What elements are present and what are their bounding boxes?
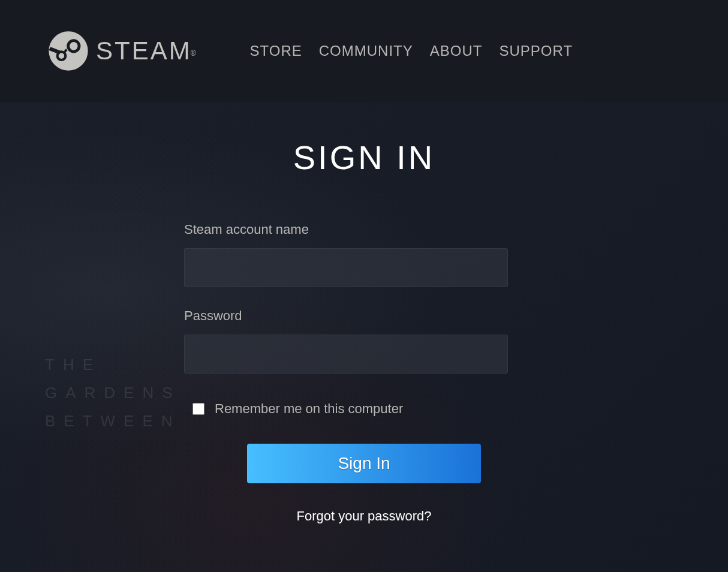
password-label: Password: [184, 308, 544, 324]
account-name-group: Steam account name: [184, 222, 544, 287]
password-input[interactable]: [184, 335, 508, 374]
nav-store[interactable]: STORE: [250, 43, 302, 59]
remember-me-label[interactable]: Remember me on this computer: [215, 401, 403, 417]
main-nav: STORE COMMUNITY ABOUT SUPPORT: [250, 43, 573, 59]
nav-support[interactable]: SUPPORT: [499, 43, 573, 59]
remember-me-checkbox[interactable]: [192, 403, 204, 415]
password-group: Password: [184, 308, 544, 374]
signin-form: SIGN IN Steam account name Password Reme…: [184, 138, 544, 524]
page-title: SIGN IN: [184, 138, 544, 177]
nav-about[interactable]: ABOUT: [430, 43, 483, 59]
steam-logo[interactable]: STEAM®: [48, 31, 196, 71]
nav-community[interactable]: COMMUNITY: [319, 43, 413, 59]
steam-logo-icon: [48, 31, 89, 71]
account-name-label: Steam account name: [184, 222, 544, 237]
steam-logo-text: STEAM®: [96, 37, 196, 65]
svg-point-2: [70, 42, 78, 50]
main-content: THE GARDENS BETWEEN SIGN IN Steam accoun…: [0, 102, 728, 572]
remember-me-row: Remember me on this computer: [192, 401, 544, 417]
background-decorative-text: THE GARDENS BETWEEN: [45, 351, 181, 435]
signin-button[interactable]: Sign In: [247, 444, 481, 483]
forgot-password-link[interactable]: Forgot your password?: [184, 508, 544, 524]
account-name-input[interactable]: [184, 248, 508, 287]
global-header: STEAM® STORE COMMUNITY ABOUT SUPPORT: [0, 0, 728, 102]
